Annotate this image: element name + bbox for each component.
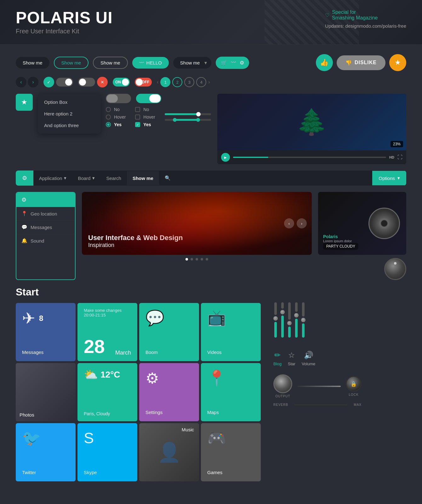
checkbox-no[interactable]: No (135, 107, 155, 112)
video-section: 🌲 23% ▶ HD ⛶ (217, 94, 406, 164)
favorite-button[interactable]: ★ (16, 94, 33, 111)
show-me-button-2[interactable]: Show me (54, 57, 89, 69)
sidebar-header-button[interactable]: ⚙ (16, 193, 75, 207)
star-button[interactable]: ★ (389, 54, 406, 71)
dropdown-item-2[interactable]: Here option 2 (38, 108, 101, 120)
show-me-select[interactable]: Show me (173, 57, 211, 69)
tile-boom[interactable]: 💬 Boom (139, 303, 199, 361)
footer-volume[interactable]: 🔊 Volume (302, 351, 315, 366)
sliders-v (165, 107, 211, 127)
header-right: ♡ Special for Smashing Magazine Updates:… (325, 9, 406, 29)
nav-right-button[interactable]: › (28, 77, 38, 87)
radio-no-input[interactable] (106, 107, 111, 112)
footer-blog[interactable]: ✏ Blog (273, 351, 282, 366)
tile-weather[interactable]: ⛅ 12°C Paris, Cloudy (77, 363, 137, 421)
geo-icon: 📍 (21, 211, 27, 216)
page-2[interactable]: 2 (172, 77, 182, 87)
page-4[interactable]: 4 (196, 77, 206, 87)
dislike-button[interactable]: 👎 DISLIKE (337, 55, 385, 70)
output-knob[interactable] (273, 374, 292, 393)
fullscreen-icon[interactable]: ⛶ (397, 154, 402, 160)
carousel-dot-1[interactable] (185, 258, 188, 260)
navbar-board[interactable]: Board ▾ (72, 171, 100, 185)
nav-arrows: ‹ › (16, 77, 38, 87)
navbar-application[interactable]: Application ▾ (33, 171, 72, 185)
carousel-dot-3[interactable] (196, 258, 198, 260)
video-progress-bar[interactable] (233, 157, 386, 158)
footer-star[interactable]: ☆ Star (288, 351, 295, 366)
navbar-search-icon-item[interactable]: 🔍 (159, 171, 176, 185)
eq-knob-2[interactable] (280, 310, 285, 314)
carousel-dot-2[interactable] (191, 258, 193, 260)
eq-knob-5[interactable] (301, 318, 305, 322)
checkbox-hover-input[interactable] (135, 115, 140, 120)
tile-music[interactable]: Music 👤 (139, 423, 199, 481)
show-me-button-3[interactable]: Show me (93, 57, 128, 69)
check-toggle-group: ✓ (43, 77, 73, 87)
h-toggle-1[interactable] (106, 94, 131, 103)
tile-maps[interactable]: 📍 Maps (201, 363, 261, 421)
header-left: POLARIS UI Free User Interface Kit (16, 9, 113, 35)
x-circle[interactable]: ✕ (97, 77, 108, 87)
navbar-settings-button[interactable]: ⚙ (16, 171, 33, 186)
sidebar-item-messages[interactable]: 💬 Messages (16, 221, 75, 234)
page-1[interactable]: 1 (160, 77, 170, 87)
sidebar-item-geo[interactable]: 📍 Geo location (16, 207, 75, 221)
main-knob[interactable] (384, 258, 406, 280)
navbar-options[interactable]: Options ▾ (372, 171, 406, 185)
slider-2[interactable] (165, 119, 211, 121)
nav-left-button[interactable]: ‹ (16, 77, 26, 87)
tile-games[interactable]: 🎮 Games (201, 423, 261, 481)
main-content: Show me Show me Show me 〰 HELLO Show me … (0, 45, 422, 491)
radio-yes[interactable]: Yes (106, 122, 126, 127)
eq-knob-4[interactable] (294, 313, 299, 317)
radio-hover[interactable]: Hover (106, 115, 126, 120)
wave-icon: 〰 (139, 60, 144, 65)
h-toggle-2[interactable] (136, 94, 161, 103)
toggle-off-red[interactable]: OFF (135, 78, 152, 87)
video-play-button[interactable]: ▶ (221, 153, 230, 162)
navbar-search[interactable]: Search (100, 171, 127, 185)
dropdown-item-3[interactable]: And option three (38, 120, 101, 131)
icon-group-button[interactable]: 🛒 〰 ⚙ (216, 57, 249, 69)
dropdown-item-1[interactable]: Option Box (38, 96, 101, 108)
tile-videos[interactable]: 📺 Videos (201, 303, 261, 361)
tile-photos[interactable]: Photos (16, 363, 76, 421)
eq-bar-2 (280, 302, 285, 338)
sidebar-item-sound[interactable]: 🔔 Sound (16, 234, 75, 247)
page-prev[interactable]: ‹ (157, 79, 158, 85)
tile-messages[interactable]: ✈ 8 Messages (16, 303, 76, 361)
carousel-next-button[interactable]: › (297, 218, 307, 228)
navbar-show-me[interactable]: Show me (127, 171, 159, 185)
radio-yes-input[interactable] (106, 122, 111, 127)
tile-boom-label: Boom (145, 350, 193, 355)
eq-bar-bottom-4 (295, 319, 298, 338)
pagination: ‹ 1 2 3 4 › (157, 77, 210, 87)
page-next[interactable]: › (208, 79, 210, 85)
tile-skype[interactable]: S Skype (77, 423, 137, 481)
carousel-prev-button[interactable]: ‹ (284, 218, 294, 228)
carousel-dot-4[interactable] (201, 258, 203, 260)
page-3[interactable]: 3 (184, 77, 194, 87)
slider-1[interactable] (165, 113, 211, 115)
toggle-off-2[interactable] (78, 78, 95, 87)
tile-twitter[interactable]: 🐦 Twitter (16, 423, 76, 481)
eq-knob-1[interactable] (273, 316, 278, 321)
check-circle[interactable]: ✓ (43, 77, 54, 87)
lock-knob[interactable]: 🔒 (346, 376, 362, 392)
checkbox-hover[interactable]: Hover (135, 115, 155, 120)
tile-calendar[interactable]: Make some changes20:00-21:15 28 March (77, 303, 137, 361)
eq-knob-3[interactable] (287, 321, 292, 325)
checkbox-yes-input[interactable]: ✓ (135, 122, 140, 127)
radio-hover-input[interactable] (106, 115, 111, 120)
checkbox-no-input[interactable] (135, 107, 140, 112)
hello-button[interactable]: 〰 HELLO (132, 57, 169, 69)
like-button[interactable]: 👍 (316, 54, 333, 71)
tile-settings[interactable]: ⚙ Settings (139, 363, 199, 421)
show-me-button-1[interactable]: Show me (16, 57, 49, 69)
checkbox-yes[interactable]: ✓ Yes (135, 122, 155, 127)
carousel-dot-5[interactable] (206, 258, 208, 260)
toggle-on[interactable]: ON (113, 78, 130, 87)
toggle-off-1[interactable] (56, 78, 73, 87)
radio-no[interactable]: No (106, 107, 126, 112)
